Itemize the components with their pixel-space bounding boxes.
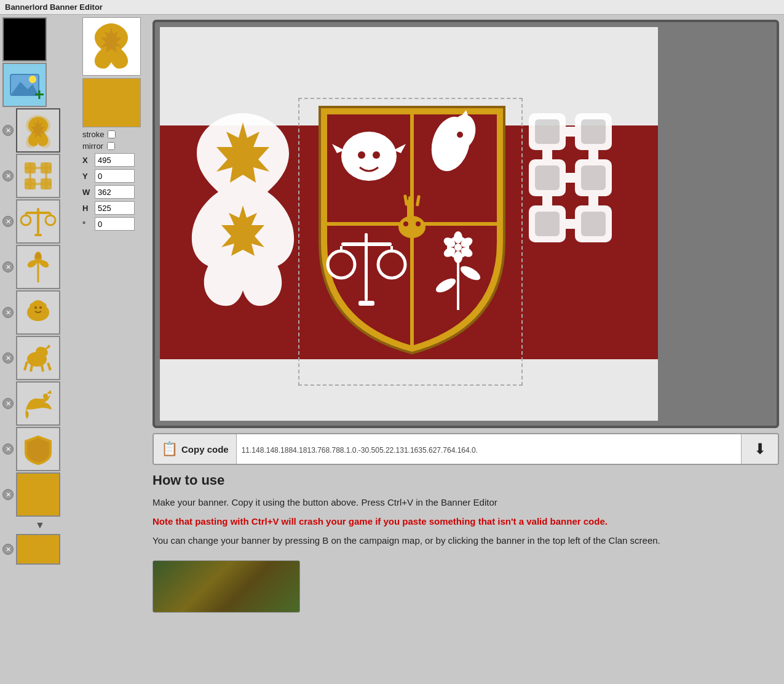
instruction-text: Make your banner. Copy it using the butt… [152,496,779,509]
scale-icon [20,203,57,240]
layer-icon-horse[interactable] [16,336,60,380]
right-area: 📋 Copy code 11.148.148.1884.1813.768.788… [148,15,784,682]
right-knot-area [504,101,646,347]
remove-knot2-button[interactable]: ✕ [2,170,14,181]
remove-extra-button[interactable]: ✕ [2,544,14,555]
y-input[interactable] [95,169,135,183]
svg-point-37 [457,132,463,138]
svg-point-33 [358,151,365,159]
svg-point-27 [43,394,48,399]
svg-point-34 [373,151,380,159]
scroll-down-indicator[interactable]: ▼ [34,519,46,531]
svg-rect-71 [535,165,560,190]
title-bar: Bannerlord Banner Editor [0,0,784,15]
left-knot-area [172,101,314,347]
download-button[interactable]: ⬇ [741,434,778,464]
layer-item-flower: ✕ [2,245,77,289]
svg-point-24 [39,306,42,309]
svg-point-23 [34,306,37,309]
w-input[interactable] [95,185,135,199]
remove-shield-button[interactable]: ✕ [2,443,14,455]
svg-point-51 [454,231,462,244]
svg-point-10 [46,215,55,225]
layer-item-lion: ✕ [2,290,77,335]
svg-rect-44 [358,301,374,306]
celtic-knot1-icon [20,112,57,149]
remove-knot1-button[interactable]: ✕ [2,125,14,136]
copy-code-button[interactable]: 📋 Copy code [154,434,237,464]
deg-input[interactable] [95,217,135,231]
layer-icon-knot1[interactable] [16,108,60,153]
flower-icon [20,249,57,285]
w-row: W [82,185,145,199]
layer-icon-lion[interactable] [16,290,60,335]
preview-celtic-knot [85,20,138,73]
layer-color-black[interactable] [2,17,47,62]
clipboard-icon: 📋 [161,441,178,457]
svg-point-2 [29,76,36,83]
layer-item-add: + [2,63,77,107]
horse-icon [20,340,57,376]
lion-icon [20,294,57,331]
coat-of-arms-svg [301,95,523,365]
layer-item-horse: ✕ [2,336,77,380]
app-title: Bannerlord Banner Editor [5,2,103,12]
remove-gold-button[interactable]: ✕ [2,489,14,500]
coat-of-arms [301,95,523,365]
svg-point-50 [454,244,462,251]
svg-rect-13 [34,234,42,236]
selected-icon-preview [82,17,141,76]
svg-rect-39 [341,242,392,246]
layer-item-scale: ✕ [2,199,77,244]
svg-point-63 [416,221,421,226]
warning-text: Note that pasting with Ctrl+V will crash… [152,515,779,528]
layer-icon-scale[interactable] [16,199,60,244]
svg-rect-59 [408,196,411,209]
remove-dragon-button[interactable]: ✕ [2,398,14,409]
add-layer-button[interactable]: + [2,63,47,107]
layer-item-black [2,17,77,62]
shield-icon [20,431,57,467]
x-input[interactable] [95,153,135,167]
remove-lion-button[interactable]: ✕ [2,307,14,318]
svg-rect-74 [581,165,606,190]
h-row: H [82,201,145,215]
color-swatch-preview[interactable] [82,78,141,127]
svg-rect-75 [581,212,606,236]
h-label: H [82,204,92,213]
mirror-row: mirror [82,141,145,151]
x-label: X [82,156,92,165]
layer-icon-knot2[interactable] [16,154,60,198]
deg-row: ° [82,217,145,231]
mirror-checkbox[interactable] [107,142,115,150]
stroke-label: stroke [82,130,104,139]
layer-item-shield: ✕ [2,427,77,471]
h-input[interactable] [95,201,135,215]
svg-rect-70 [535,119,560,144]
remove-horse-button[interactable]: ✕ [2,352,14,364]
svg-point-18 [35,253,41,259]
svg-rect-8 [26,212,50,214]
main-layout: + ✕ ✕ [0,15,784,682]
svg-point-54 [454,251,462,263]
layer-color-gold[interactable] [16,472,60,517]
layer-extra[interactable] [16,534,60,565]
remove-scale-button[interactable]: ✕ [2,216,14,227]
stroke-checkbox[interactable] [108,130,116,138]
layer-icon-dragon[interactable] [16,381,60,426]
right-celtic-knot [504,101,646,347]
layer-item-knot1: ✕ [2,108,77,153]
left-celtic-knot [172,101,314,347]
celtic-knot2-icon [20,157,57,194]
svg-point-62 [403,221,408,226]
svg-rect-73 [581,119,606,144]
extra-text: You can change your banner by pressing B… [152,534,779,547]
stroke-row: stroke [82,130,145,139]
banner-canvas [160,27,658,421]
layer-icon-flower[interactable] [16,245,60,289]
properties-panel: stroke mirror X Y W [80,15,148,682]
layer-sidebar: + ✕ ✕ [0,15,80,682]
copy-code-label: Copy code [181,444,229,455]
remove-flower-button[interactable]: ✕ [2,261,14,272]
layer-icon-shield[interactable] [16,427,60,471]
